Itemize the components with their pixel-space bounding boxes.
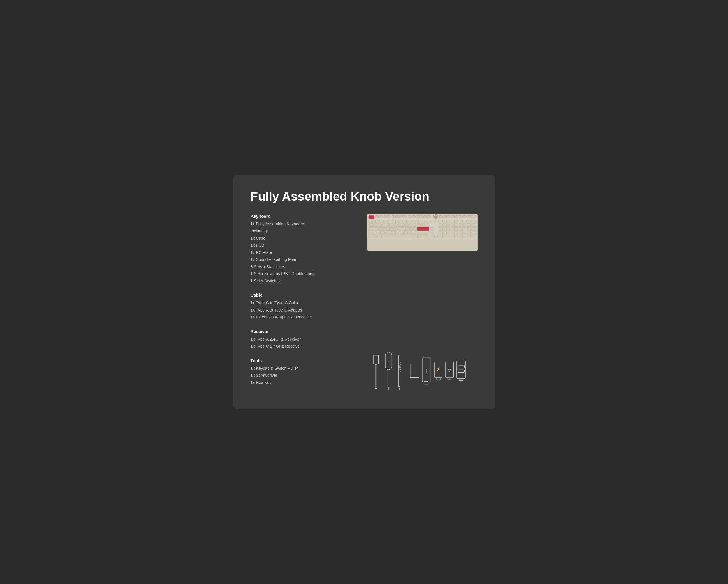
svg-rect-60 (397, 224, 401, 227)
svg-rect-7 (395, 215, 399, 218)
receiver-item-1: 1x Type-A 2.4GHz Receiver (251, 336, 361, 343)
svg-rect-76 (474, 224, 476, 227)
keyboard-item-foam: 1x Sound Absorbing Foam (251, 256, 361, 263)
svg-rect-83 (394, 227, 397, 231)
svg-rect-101 (376, 231, 380, 234)
svg-rect-25 (466, 215, 470, 218)
svg-rect-80 (382, 227, 386, 231)
svg-rect-111 (415, 231, 429, 234)
svg-rect-173 (458, 370, 464, 373)
svg-rect-26 (470, 215, 474, 218)
svg-rect-55 (378, 224, 382, 227)
svg-rect-130 (426, 235, 430, 238)
tools-section-title: Tools (251, 358, 361, 363)
svg-rect-119 (466, 231, 470, 234)
svg-rect-69 (446, 224, 450, 227)
cable-item-1: 1x Type-C to Type-C Cable (251, 299, 361, 307)
tools-item-2: 1x Screwdriver (251, 372, 361, 379)
svg-rect-71 (455, 224, 459, 227)
svg-rect-120 (470, 231, 474, 234)
svg-rect-103 (384, 231, 388, 234)
svg-rect-95 (455, 227, 459, 231)
product-card: Fully Assembled Knob Version Keyboard 1x… (233, 175, 495, 410)
svg-rect-62 (405, 224, 408, 227)
svg-rect-87 (409, 227, 413, 231)
svg-rect-72 (459, 224, 462, 227)
svg-rect-91 (439, 227, 442, 231)
svg-rect-114 (442, 231, 446, 234)
right-column: Keychron (367, 214, 478, 395)
svg-rect-40 (415, 220, 418, 223)
keyboard-item-keycaps: 1 Set x Keycaps (PBT Double-shot) (251, 270, 361, 277)
tools-section: Tools 1x Keycap & Switch Puller 1x Screw… (251, 358, 361, 386)
svg-rect-59 (393, 224, 397, 227)
svg-rect-39 (411, 220, 414, 223)
svg-rect-136 (455, 235, 459, 238)
svg-rect-92 (442, 227, 446, 231)
svg-rect-110 (411, 231, 415, 234)
keyboard-item-case: 1x Case (251, 235, 361, 242)
keyboard-illustration (367, 214, 478, 253)
svg-rect-57 (386, 224, 389, 227)
svg-rect-63 (409, 224, 412, 227)
cable-item-2: 1x Type-A to Type-C Adapter (251, 307, 361, 314)
svg-rect-34 (391, 220, 395, 223)
svg-text:Keychron: Keychron (388, 360, 389, 364)
svg-rect-46 (451, 220, 455, 223)
svg-rect-48 (459, 220, 462, 223)
svg-rect-142 (375, 364, 376, 389)
svg-rect-79 (379, 227, 382, 231)
cable-section-title: Cable (251, 293, 361, 298)
svg-rect-2 (375, 215, 379, 218)
receiver-section-title: Receiver (251, 329, 361, 334)
svg-rect-100 (368, 231, 376, 234)
svg-rect-116 (451, 231, 455, 234)
svg-rect-24 (463, 215, 466, 218)
svg-rect-64 (413, 224, 416, 227)
svg-rect-104 (388, 231, 391, 234)
svg-rect-82 (390, 227, 393, 231)
svg-rect-128 (418, 235, 421, 238)
svg-rect-22 (455, 215, 459, 218)
svg-rect-89 (417, 227, 429, 231)
keyboard-item-stabilizers: 8 Sets x Stabilizers (251, 263, 361, 271)
svg-rect-8 (399, 215, 402, 218)
svg-point-17 (434, 215, 437, 218)
svg-rect-11 (412, 215, 415, 218)
svg-rect-20 (447, 215, 450, 218)
svg-rect-3 (379, 215, 383, 218)
svg-rect-6 (391, 215, 395, 218)
svg-rect-51 (470, 220, 474, 223)
svg-rect-36 (399, 220, 402, 223)
svg-rect-105 (392, 231, 395, 234)
svg-rect-139 (470, 235, 476, 238)
svg-rect-168 (445, 362, 453, 378)
svg-rect-9 (403, 215, 406, 218)
svg-rect-75 (470, 224, 474, 227)
keyboard-item-plate: 1x PC Plate (251, 249, 361, 256)
svg-rect-134 (442, 235, 450, 238)
left-column: Keyboard 1x Fully Assembled Keyboard Inc… (251, 214, 361, 395)
svg-rect-102 (381, 231, 384, 234)
keyboard-item-pcb: 1x PCB (251, 242, 361, 249)
svg-rect-135 (451, 235, 455, 238)
svg-rect-117 (455, 231, 459, 234)
svg-rect-47 (455, 220, 459, 223)
svg-rect-123 (373, 235, 376, 238)
keyboard-item-switches: 1 Set x Switches (251, 277, 361, 285)
svg-rect-140 (367, 239, 478, 250)
svg-rect-18 (439, 215, 442, 218)
svg-rect-118 (459, 231, 462, 234)
svg-rect-106 (396, 231, 399, 234)
svg-rect-112 (431, 231, 434, 234)
svg-rect-50 (466, 220, 470, 223)
keyboard-section-title: Keyboard (251, 214, 361, 219)
svg-rect-38 (407, 220, 410, 223)
tools-svg-image: Keychron (367, 349, 478, 393)
svg-rect-41 (418, 220, 425, 223)
svg-rect-10 (408, 215, 411, 218)
svg-rect-133 (439, 235, 442, 238)
svg-rect-15 (427, 215, 431, 218)
svg-rect-131 (431, 235, 434, 238)
svg-rect-61 (401, 224, 405, 227)
